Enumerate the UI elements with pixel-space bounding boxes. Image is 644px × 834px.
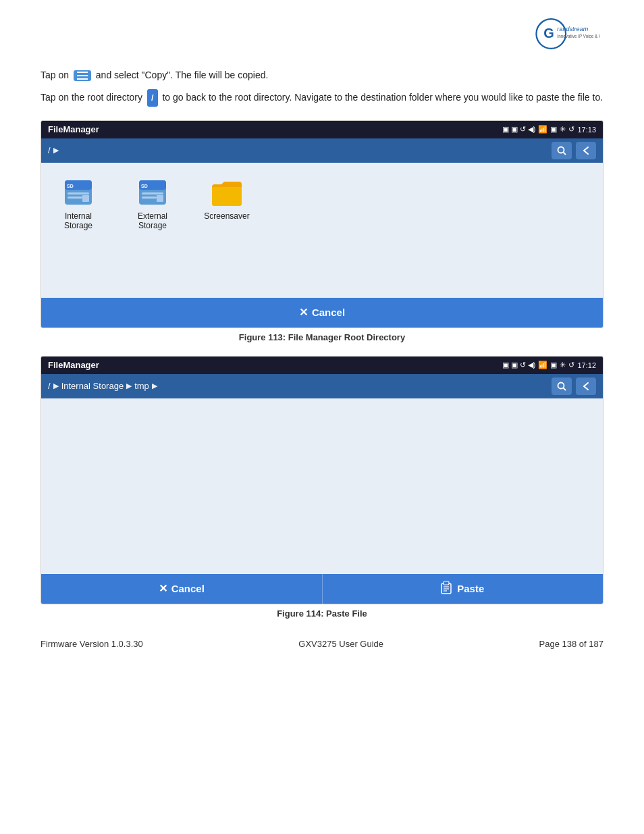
svg-text:SD: SD [141,184,148,188]
toolbar-1: / ▶ [41,138,603,163]
cancel-x-icon-2: ✕ [159,582,167,595]
battery-icon-2: ▣ [550,361,557,369]
screenshot-1: FileManager ▣ ▣ ↺ ◀) 📶 ▣ ✳ ↺ 17:13 / ▶ [41,120,603,328]
svg-rect-5 [77,75,88,76]
cancel-button-2[interactable]: ✕ Cancel [41,574,322,604]
bluetooth-icon: ✳ [560,125,566,134]
toolbar-actions-1 [552,142,596,159]
logo-area: G randstream Innovative IP Voice & Video [41,14,603,54]
toolbar-2: / ▶ Internal Storage ▶ tmp ▶ [41,374,603,398]
page-footer: Firmware Version 1.0.3.30 GXV3275 User G… [41,639,603,649]
back-button-1[interactable] [576,142,596,159]
back-button-2[interactable] [576,377,596,395]
cancel-x-icon-1: ✕ [299,306,308,319]
screenshot-2: FileManager ▣ ▣ ↺ ◀) 📶 ▣ ✳ ↺ 17:12 / ▶ I… [41,356,603,604]
file-item-external[interactable]: SD ExternalStorage [126,176,180,230]
file-list-2 [41,398,603,574]
figure-caption-2: Figure 114: Paste File [41,608,603,619]
footer-firmware: Firmware Version 1.0.3.30 [41,639,143,649]
path-root-2: / [48,381,51,391]
path-2: / ▶ Internal Storage ▶ tmp ▶ [48,381,157,391]
statusbar-1: FileManager ▣ ▣ ↺ ◀) 📶 ▣ ✳ ↺ 17:13 [41,121,603,138]
toolbar-actions-2 [552,377,596,395]
root-dir-icon: / [147,89,158,107]
path-1: / ▶ [48,145,59,155]
cancel-label-1: Cancel [312,307,345,318]
path-internal: Internal Storage [61,381,124,391]
svg-rect-17 [142,192,163,194]
menu-icon [74,70,91,81]
svg-text:G: G [543,26,554,41]
signal-icon: 📶 [538,125,547,134]
status-icons-2: ▣ ▣ ↺ ◀) [502,361,536,369]
app-title-2: FileManager [48,360,99,370]
file-item-internal[interactable]: SD InternalStorage [51,176,105,230]
bluetooth-icon-2: ✳ [560,361,566,369]
svg-text:Innovative IP Voice & Video: Innovative IP Voice & Video [557,34,600,38]
svg-rect-11 [68,192,89,194]
paragraph-2: Tap on the root directory / to go back t… [41,89,603,107]
footer-page: Page 138 of 187 [539,639,603,649]
statusbar-2: FileManager ▣ ▣ ↺ ◀) 📶 ▣ ✳ ↺ 17:12 [41,357,603,374]
status-icons-1: ▣ ▣ ↺ ◀) [502,125,536,134]
svg-rect-4 [77,72,88,73]
svg-rect-12 [68,197,82,199]
battery-icon: ▣ [550,125,557,134]
p2-before: Tap on the root directory [41,92,142,103]
paste-label: Paste [457,583,484,594]
svg-rect-18 [142,197,157,199]
cancel-button-1[interactable]: ✕ Cancel [299,306,345,319]
svg-rect-13 [82,195,89,202]
svg-text:SD: SD [67,184,74,188]
p1-after: and select "Copy". The file will be copi… [96,70,269,80]
path-tmp: tmp [134,381,149,391]
paste-button[interactable]: Paste [322,574,603,604]
logo: G randstream Innovative IP Voice & Video [529,14,603,54]
cancel-label-2: Cancel [171,583,205,594]
search-button-1[interactable] [552,142,572,159]
sync-icon-2: ↺ [568,361,574,369]
label-external: ExternalStorage [138,211,167,230]
path-root-1: / [48,145,51,155]
svg-line-22 [564,388,566,390]
svg-point-7 [558,147,564,153]
p1-before: Tap on [41,70,69,80]
path-arrow-internal: ▶ [126,382,132,390]
path-arrow-tmp: ▶ [152,382,157,390]
footer-2: ✕ Cancel Paste [41,574,603,604]
p2-after: to go back to the root directory. Naviga… [162,92,603,103]
svg-point-21 [558,382,564,388]
label-screensaver: Screensaver [204,211,249,221]
time-1: 17:13 [577,126,596,134]
sync-icon: ↺ [568,125,574,134]
statusbar-right-1: ▣ ▣ ↺ ◀) 📶 ▣ ✳ ↺ 17:13 [502,125,596,134]
svg-line-8 [564,152,566,155]
path-arrow-1: ▶ [53,146,59,155]
paragraph-1: Tap on and select "Copy". The file will … [41,68,603,84]
figure-caption-1: Figure 113: File Manager Root Directory [41,332,603,342]
statusbar-right-2: ▣ ▣ ↺ ◀) 📶 ▣ ✳ ↺ 17:12 [502,361,596,369]
svg-rect-19 [157,195,163,202]
time-2: 17:12 [577,361,596,369]
svg-rect-24 [444,581,449,585]
files-grid-1: SD InternalStorage SD ExternalStorage [51,176,593,230]
svg-rect-6 [77,78,88,80]
signal-icon-2: 📶 [538,361,547,369]
search-button-2[interactable] [552,377,572,395]
app-title-1: FileManager [48,124,99,134]
footer-1: ✕ Cancel [41,298,603,328]
path-arrow-root: ▶ [53,382,59,390]
svg-text:randstream: randstream [557,25,588,32]
paste-icon [441,581,453,596]
file-list-1: SD InternalStorage SD ExternalStorage [41,163,603,298]
file-item-screensaver[interactable]: Screensaver [200,176,254,230]
footer-product: GXV3275 User Guide [298,639,383,649]
label-internal: InternalStorage [64,211,92,230]
